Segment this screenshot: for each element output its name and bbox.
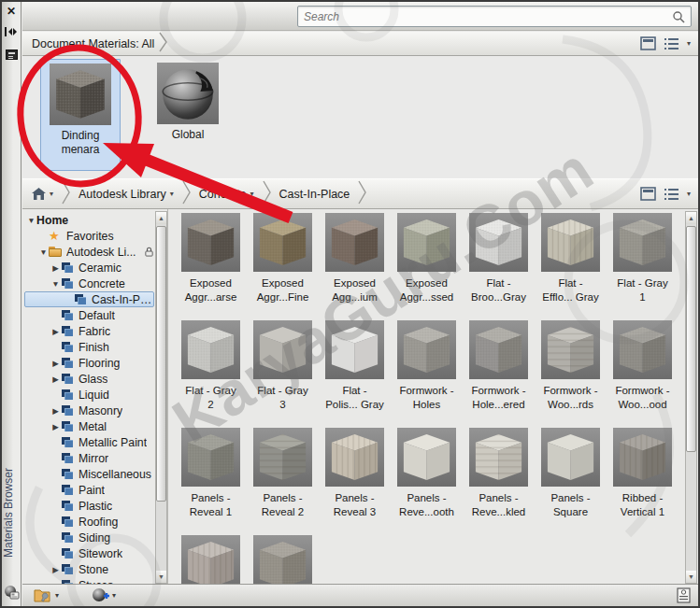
- auto-hide-icon[interactable]: [4, 24, 19, 39]
- material-global[interactable]: Global: [148, 59, 228, 142]
- material-label: Panels - Reve...kled: [463, 491, 535, 519]
- scroll-up-icon[interactable]: ▲: [156, 212, 166, 224]
- scroll-down-icon[interactable]: ▼: [156, 571, 166, 583]
- tree-item-paint[interactable]: Paint: [24, 482, 154, 498]
- view-options-caret-icon[interactable]: ▾: [687, 39, 691, 48]
- scroll-up-icon[interactable]: ▲: [686, 212, 696, 224]
- material-tile-exposed-agg-ium[interactable]: Exposed Agg...ium: [319, 213, 391, 320]
- tree-item-metal[interactable]: ▶Metal: [24, 418, 154, 434]
- tree-item-finish[interactable]: Finish: [24, 339, 154, 355]
- tree-item-flooring[interactable]: ▶Flooring: [24, 355, 154, 371]
- breadcrumb-item-concrete[interactable]: Concrete▾: [195, 186, 258, 203]
- material-tile-flat-gray-1[interactable]: Flat - Gray 1: [607, 213, 679, 320]
- material-tile-flat-gray-3[interactable]: Flat - Gray 3: [247, 320, 319, 428]
- breadcrumb-home[interactable]: ▾: [28, 186, 57, 202]
- material-tile-exposed-aggr-fine[interactable]: Exposed Aggr...Fine: [247, 213, 319, 320]
- material-tile-exposed-aggr-arse[interactable]: Exposed Aggr...arse: [175, 213, 247, 320]
- material-tile-panels-reveal-1[interactable]: Panels - Reveal 1: [175, 428, 247, 535]
- tree-scrollbar[interactable]: ▲ ▼: [155, 211, 167, 584]
- material-tile-formwork-woo-ood[interactable]: Formwork - Woo...ood: [607, 320, 679, 428]
- scroll-down-icon[interactable]: ▼: [686, 571, 696, 583]
- tree-item-sitework[interactable]: Sitework: [24, 545, 154, 561]
- grid-scrollbar-thumb[interactable]: [686, 226, 696, 452]
- tree-collapsed-icon[interactable]: ▶: [50, 422, 61, 431]
- manage-library-caret-icon[interactable]: ▾: [55, 591, 59, 600]
- create-material-caret-icon[interactable]: ▾: [112, 591, 116, 600]
- material-tile[interactable]: [247, 535, 319, 587]
- tree-expanded-icon[interactable]: ▼: [50, 279, 61, 289]
- material-tile-exposed-aggr-ssed[interactable]: Exposed Aggr...ssed: [391, 213, 463, 320]
- tree-item-masonry[interactable]: ▶Masonry: [24, 403, 154, 418]
- view-options-caret-icon[interactable]: ▾: [687, 190, 691, 198]
- material-tile-panels-reve-ooth[interactable]: Panels - Reve...ooth: [391, 428, 463, 535]
- material-tile-formwork-woo-rds[interactable]: Formwork - Woo...rds: [535, 320, 607, 428]
- tree-item-concrete[interactable]: ▼Concrete: [24, 276, 154, 291]
- tree-collapsed-icon[interactable]: ▶: [50, 565, 61, 574]
- tree-item-home[interactable]: ▼Home: [24, 212, 154, 228]
- properties-menu-icon[interactable]: [4, 47, 19, 62]
- material-tile-panels-square[interactable]: Panels - Square: [535, 428, 607, 535]
- tree-collapsed-icon[interactable]: ▶: [50, 263, 61, 273]
- tree-item-roofing[interactable]: Roofing: [24, 514, 154, 530]
- tree-item-ceramic[interactable]: ▶Ceramic: [24, 260, 154, 276]
- material-tile-flat-polis-gray[interactable]: Flat - Polis... Gray: [319, 320, 391, 428]
- tree-item-glass[interactable]: ▶Glass: [24, 371, 154, 387]
- material-tile-flat-broo-gray[interactable]: Flat - Broo...Gray: [463, 213, 535, 320]
- breadcrumb-caret-icon[interactable]: ▾: [250, 190, 254, 198]
- material-tile-panels-reveal-3[interactable]: Panels - Reveal 3: [319, 428, 391, 535]
- tree-item-cast-in-place[interactable]: Cast-In-Place: [24, 291, 154, 307]
- search-icon[interactable]: [672, 10, 685, 23]
- manage-library-button[interactable]: ▾: [34, 587, 59, 603]
- breadcrumb-separator-icon: [158, 32, 168, 56]
- document-materials-label[interactable]: Document Materials: All: [32, 37, 154, 50]
- material-tile-flat-gray-2[interactable]: Flat - Gray 2: [175, 320, 247, 428]
- tree-item-label: Metallic Paint: [79, 436, 147, 449]
- tree-item-stone[interactable]: ▶Stone: [24, 561, 154, 577]
- grid-scrollbar[interactable]: ▲ ▼: [685, 211, 697, 584]
- tree-expanded-icon[interactable]: ▼: [38, 247, 49, 257]
- view-type-list-icon[interactable]: [664, 188, 679, 201]
- open-material-editor-button[interactable]: [677, 587, 691, 603]
- tree-item-label: Ceramic: [79, 262, 121, 275]
- tree-collapsed-icon[interactable]: ▶: [50, 406, 61, 416]
- material-tile-panels-reveal-2[interactable]: Panels - Reveal 2: [247, 428, 319, 535]
- tree-item-autodesk-li-[interactable]: ▼Autodesk Li...: [24, 244, 154, 260]
- material-thumbnail: [397, 428, 456, 487]
- material-tile[interactable]: [175, 535, 247, 587]
- search-input[interactable]: [304, 10, 672, 23]
- tree-item-mirror[interactable]: Mirror: [24, 450, 154, 466]
- tree-item-plastic[interactable]: Plastic: [24, 498, 154, 514]
- material-dinding-menara[interactable]: Dinding menara: [40, 59, 121, 171]
- tree-item-default[interactable]: Default: [24, 307, 154, 323]
- home-caret-icon[interactable]: ▾: [50, 190, 53, 198]
- material-tile-formwork-hole-ered[interactable]: Formwork - Hole...ered: [463, 320, 535, 428]
- tree-scrollbar-thumb[interactable]: [156, 226, 166, 502]
- search-box[interactable]: [297, 6, 692, 27]
- tree-collapsed-icon[interactable]: ▶: [50, 375, 61, 384]
- material-tile-formwork-holes[interactable]: Formwork - Holes: [391, 320, 463, 428]
- tree-collapsed-icon[interactable]: ▶: [50, 327, 61, 336]
- tree-item-liquid[interactable]: Liquid: [24, 387, 154, 403]
- category-icon: [61, 326, 75, 337]
- breadcrumb-caret-icon[interactable]: ▾: [170, 190, 174, 198]
- create-material-button[interactable]: ▾: [91, 587, 116, 604]
- material-tile-flat-efflo-gray[interactable]: Flat - Efflo... Gray: [535, 213, 607, 320]
- tree-expanded-icon[interactable]: ▼: [26, 216, 36, 225]
- material-tile-ribbed-vertical-1[interactable]: Ribbed - Vertical 1: [607, 428, 679, 535]
- material-thumbnail: [397, 213, 456, 272]
- material-label: Panels - Reve...ooth: [391, 491, 463, 519]
- breadcrumb-item-label: Autodesk Library: [79, 188, 166, 201]
- tree-item-siding[interactable]: Siding: [24, 530, 154, 545]
- show-preview-pane-icon[interactable]: [640, 187, 656, 201]
- show-preview-pane-icon[interactable]: [640, 36, 656, 50]
- breadcrumb-item-cast-in-place[interactable]: Cast-In-Place: [276, 186, 354, 203]
- tree-collapsed-icon[interactable]: ▶: [50, 359, 61, 368]
- view-type-list-icon[interactable]: [664, 37, 679, 50]
- close-icon[interactable]: ✕: [4, 4, 19, 19]
- tree-item-metallic-paint[interactable]: Metallic Paint: [24, 434, 154, 450]
- tree-item-miscellaneous[interactable]: Miscellaneous: [24, 466, 154, 482]
- tree-item-fabric[interactable]: ▶Fabric: [24, 323, 154, 339]
- material-tile-panels-reve-kled[interactable]: Panels - Reve...kled: [463, 428, 535, 535]
- breadcrumb-item-autodesk-library[interactable]: Autodesk Library▾: [75, 186, 178, 203]
- tree-item-favorites[interactable]: ★Favorites: [24, 228, 154, 244]
